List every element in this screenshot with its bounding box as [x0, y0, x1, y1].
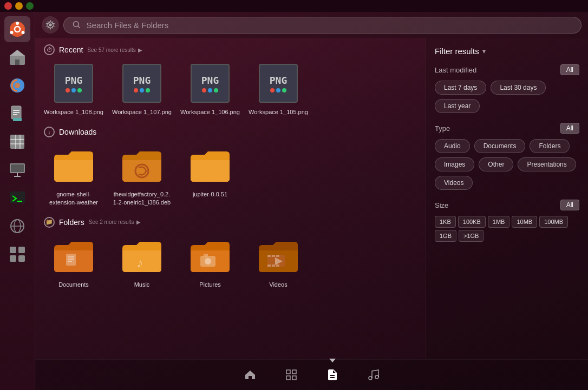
svg-rect-33	[18, 255, 25, 262]
sidebar-network-icon[interactable]	[4, 213, 30, 239]
sidebar-document-icon[interactable]	[4, 101, 30, 127]
recent-more-text: See 57 more results	[87, 47, 136, 53]
sidebar-terminal-icon[interactable]	[4, 185, 30, 211]
svg-rect-31	[18, 247, 25, 253]
folder-icon-dl1	[52, 144, 95, 187]
svg-rect-52	[276, 265, 279, 267]
folders-filter-button[interactable]: Folders	[530, 139, 570, 153]
file-name: Workspace 1_106.png	[180, 108, 240, 116]
last-modified-all-button[interactable]: All	[560, 64, 579, 75]
search-bar[interactable]	[63, 17, 582, 34]
svg-point-58	[369, 376, 372, 380]
settings-button[interactable]	[42, 16, 59, 34]
list-item[interactable]: PNG Workspace 1_108.png	[44, 62, 103, 116]
downloads-section: ↓ Downloads gno	[44, 127, 417, 206]
minimize-button[interactable]	[15, 2, 23, 10]
videos-filter-button[interactable]: Videos	[435, 176, 473, 190]
file-name: Workspace 1_107.png	[112, 108, 172, 116]
close-button[interactable]	[4, 2, 12, 10]
content-area: ⏱ Recent See 57 more results ▶	[35, 38, 588, 359]
sidebar-firefox-icon[interactable]	[4, 72, 30, 98]
files-nav-button[interactable]	[323, 365, 342, 385]
search-input[interactable]	[87, 21, 572, 30]
documents-filter-button[interactable]: Documents	[474, 139, 526, 153]
list-item[interactable]: PNG Workspace 1_106.png	[180, 62, 240, 116]
images-filter-button[interactable]: Images	[435, 157, 474, 171]
file-icon-png2: PNG	[120, 62, 164, 105]
downloads-section-header: ↓ Downloads	[44, 127, 417, 137]
svg-text:♪: ♪	[136, 255, 143, 270]
list-item[interactable]: PNG Workspace 1_105.png	[249, 62, 308, 116]
sidebar-home-icon[interactable]	[4, 44, 30, 70]
svg-rect-30	[10, 247, 16, 253]
size-buttons: 1KB 100KB 1MB 10MB 100MB 1GB >1GB	[435, 216, 579, 242]
list-item[interactable]: PNG Workspace 1_107.png	[112, 62, 172, 116]
type-buttons: Audio Documents Folders Images Other Pre…	[435, 139, 579, 190]
svg-point-4	[22, 31, 25, 34]
size-all-button[interactable]: All	[560, 200, 579, 210]
svg-rect-54	[286, 370, 290, 374]
list-item[interactable]: Documents	[44, 234, 103, 288]
music-nav-button[interactable]	[364, 365, 383, 385]
recent-icon: ⏱	[44, 44, 55, 55]
home-nav-button[interactable]	[240, 365, 260, 385]
last-modified-filter: Last modified All Last 7 days Last 30 da…	[435, 64, 579, 113]
folders-more-text: See 2 more results	[89, 219, 134, 225]
file-name: jupiter-0.0.51	[193, 190, 227, 198]
size-gt1gb-button[interactable]: >1GB	[459, 230, 484, 242]
svg-point-34	[49, 23, 51, 26]
other-filter-button[interactable]: Other	[479, 157, 513, 171]
folders-more[interactable]: See 2 more results ▶	[89, 219, 141, 225]
sidebar-spreadsheet-icon[interactable]	[4, 129, 30, 155]
topbar	[35, 12, 588, 38]
size-header: Size All	[435, 200, 579, 210]
type-all-button[interactable]: All	[560, 123, 579, 134]
folders-icon: 📁	[44, 217, 55, 228]
sidebar-ubuntu-icon[interactable]	[4, 16, 30, 42]
size-100mb-button[interactable]: 100MB	[539, 216, 568, 228]
file-icon-png3: PNG	[188, 62, 232, 105]
svg-rect-22	[11, 164, 24, 172]
bottom-nav	[35, 359, 588, 390]
last-30-days-button[interactable]: Last 30 days	[491, 81, 546, 95]
svg-rect-50	[267, 265, 271, 267]
folder-icon-docs	[52, 234, 95, 277]
last-7-days-button[interactable]: Last 7 days	[435, 81, 486, 95]
size-100kb-button[interactable]: 100KB	[458, 216, 486, 228]
maximize-button[interactable]	[26, 2, 34, 10]
file-name: thewidgetfactory_0.2.1-2-oneiric1_i386.d…	[112, 190, 172, 206]
file-name: Documents	[58, 281, 89, 288]
audio-filter-button[interactable]: Audio	[435, 139, 470, 153]
size-1gb-button[interactable]: 1GB	[435, 230, 456, 242]
page-wrapper: ⏱ Recent See 57 more results ▶	[0, 0, 588, 390]
presentations-filter-button[interactable]: Presentations	[518, 157, 576, 171]
list-item[interactable]: Pictures	[180, 234, 240, 288]
main-panel: ⏱ Recent See 57 more results ▶	[35, 12, 588, 390]
svg-point-9	[15, 83, 20, 88]
file-icon-png4: PNG	[257, 62, 300, 105]
recent-section-header: ⏱ Recent See 57 more results ▶	[44, 44, 417, 55]
svg-rect-51	[272, 265, 275, 267]
size-1mb-button[interactable]: 1MB	[488, 216, 510, 228]
list-item[interactable]: Videos	[249, 234, 308, 288]
list-item[interactable]: jupiter-0.0.51	[180, 144, 240, 206]
recent-items-grid: PNG Workspace 1_108.png	[44, 62, 417, 116]
folders-section-header: 📁 Folders See 2 more results ▶	[44, 217, 417, 228]
type-label: Type	[435, 124, 450, 133]
list-item[interactable]: gnome-shell-extension-weather	[44, 144, 103, 206]
page-content: ⏱ Recent See 57 more results ▶	[0, 12, 588, 390]
folder-icon-dl2	[120, 144, 164, 187]
last-year-button[interactable]: Last year	[435, 99, 480, 113]
downloads-items-grid: gnome-shell-extension-weather	[44, 144, 417, 206]
sidebar	[0, 12, 35, 390]
size-10mb-button[interactable]: 10MB	[512, 216, 537, 228]
list-item[interactable]: thewidgetfactory_0.2.1-2-oneiric1_i386.d…	[112, 144, 172, 206]
svg-line-36	[78, 26, 80, 28]
recent-more[interactable]: See 57 more results ▶	[87, 47, 142, 53]
sidebar-presentation-icon[interactable]	[4, 157, 30, 183]
sidebar-workspace-icon[interactable]	[4, 241, 30, 267]
last-modified-buttons: Last 7 days Last 30 days Last year	[435, 81, 579, 113]
list-item[interactable]: ♪ Music	[112, 234, 172, 288]
size-1kb-button[interactable]: 1KB	[435, 216, 456, 228]
apps-nav-button[interactable]	[282, 365, 301, 385]
